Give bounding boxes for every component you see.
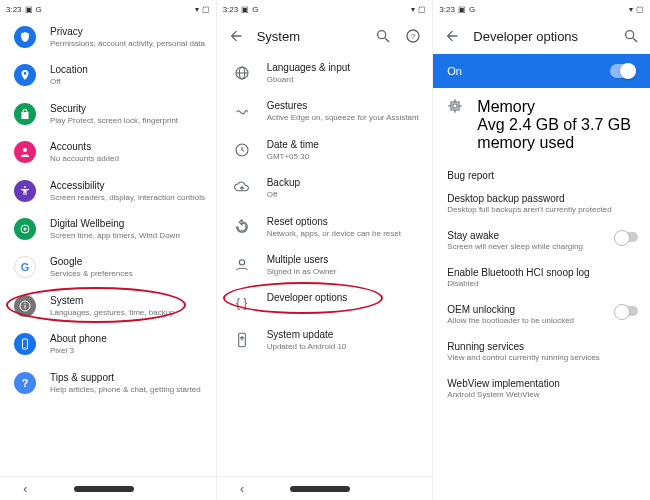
status-g-icon: G [36, 5, 42, 14]
setting-location[interactable]: LocationOff [0, 56, 216, 94]
setting-sub: Screen readers, display, interaction con… [50, 193, 206, 203]
setting-sub: Updated to Android 10 [267, 342, 423, 352]
svg-point-8 [25, 347, 26, 348]
setting-label: About phone [50, 332, 206, 345]
braces-icon: { } [231, 292, 253, 314]
back-button[interactable] [443, 27, 461, 45]
screen-settings: 3:23 ▣ G ▾ ▢ PrivacyPermissions, account… [0, 0, 217, 500]
page-title: System [257, 29, 363, 44]
three-screen-row: 3:23 ▣ G ▾ ▢ PrivacyPermissions, account… [0, 0, 650, 500]
status-bar: 3:23 ▣ G ▾ ▢ [217, 0, 433, 18]
screen-system: 3:23 ▣ G ▾ ▢ System ? Languages & inputG… [217, 0, 434, 500]
setting-sub: Active Edge on, squeeze for your Assista… [267, 113, 423, 123]
svg-rect-5 [25, 305, 26, 309]
master-toggle[interactable]: On [433, 54, 650, 88]
memory-icon [447, 98, 463, 114]
setting-sub: No accounts added [50, 154, 206, 164]
status-bar: 3:23 ▣ G ▾ ▢ [433, 0, 650, 18]
lock-icon [14, 103, 36, 125]
setting-accessibility[interactable]: AccessibilityScreen readers, display, in… [0, 172, 216, 210]
setting-wellbeing[interactable]: Digital WellbeingScreen time, app timers… [0, 210, 216, 248]
pin-icon [14, 64, 36, 86]
svg-point-19 [626, 31, 634, 39]
app-bar: Developer options [433, 18, 650, 54]
setting-security[interactable]: SecurityPlay Protect, screen lock, finge… [0, 95, 216, 133]
setting-sub: Permissions, account activity, personal … [50, 39, 206, 49]
svg-point-6 [24, 303, 25, 304]
section-bug-report[interactable]: Bug report [433, 162, 650, 185]
system-date-time[interactable]: Date & timeGMT+05:30 [217, 131, 433, 169]
switch-off-icon[interactable] [616, 232, 638, 242]
update-icon [231, 329, 253, 351]
help-icon: ? [14, 372, 36, 394]
status-battery-icon: ▢ [418, 5, 426, 14]
status-signal-icon: ▾ [195, 5, 199, 14]
status-battery-icon: ▢ [636, 5, 644, 14]
setting-google[interactable]: G GoogleServices & preferences [0, 248, 216, 286]
status-bar: 3:23 ▣ G ▾ ▢ [0, 0, 216, 18]
dev-oem-unlocking[interactable]: OEM unlocking Allow the bootloader to be… [433, 296, 650, 333]
system-backup[interactable]: BackupOff [217, 169, 433, 207]
setting-sub: Disabled [447, 279, 636, 288]
setting-label: Enable Bluetooth HCI snoop log [447, 267, 636, 278]
nav-back-icon[interactable]: ‹ [240, 482, 244, 496]
back-button[interactable] [227, 27, 245, 45]
setting-sub: Screen will never sleep while charging [447, 242, 636, 251]
dev-webview[interactable]: WebView implementation Android System We… [433, 370, 650, 407]
setting-sub: Languages, gestures, time, backup [50, 308, 206, 318]
switch-on-icon[interactable] [610, 64, 636, 78]
setting-tips[interactable]: ? Tips & supportHelp articles, phone & c… [0, 364, 216, 402]
nav-home-pill[interactable] [290, 486, 350, 492]
setting-sub: Avg 2.4 GB of 3.7 GB memory used [477, 116, 636, 152]
dev-running-services[interactable]: Running services View and control curren… [433, 333, 650, 370]
nav-back-icon[interactable]: ‹ [23, 482, 27, 496]
svg-line-10 [385, 38, 389, 42]
setting-sub: Off [267, 190, 423, 200]
search-button[interactable] [622, 27, 640, 45]
nav-home-pill[interactable] [74, 486, 134, 492]
setting-label: Multiple users [267, 253, 423, 266]
system-developer-options[interactable]: { } Developer options [217, 284, 433, 321]
svg-rect-22 [453, 104, 457, 108]
setting-accounts[interactable]: AccountsNo accounts added [0, 133, 216, 171]
help-button[interactable]: ? [404, 27, 422, 45]
system-gestures[interactable]: GesturesActive Edge on, squeeze for your… [217, 92, 433, 130]
setting-sub: Pixel 3 [50, 346, 206, 356]
setting-system[interactable]: SystemLanguages, gestures, time, backup [0, 287, 216, 325]
dev-bt-snoop[interactable]: Enable Bluetooth HCI snoop log Disabled [433, 259, 650, 296]
wellbeing-icon [14, 218, 36, 240]
globe-icon [231, 62, 253, 84]
switch-off-icon[interactable] [616, 306, 638, 316]
svg-point-9 [378, 31, 386, 39]
svg-text:?: ? [411, 32, 416, 41]
setting-privacy[interactable]: PrivacyPermissions, account activity, pe… [0, 18, 216, 56]
system-reset[interactable]: Reset optionsNetwork, apps, or device ca… [217, 208, 433, 246]
setting-label: Memory [477, 98, 636, 116]
svg-rect-21 [451, 102, 459, 110]
setting-label: Languages & input [267, 61, 423, 74]
setting-sub: Off [50, 77, 206, 87]
system-update[interactable]: System updateUpdated to Android 10 [217, 321, 433, 359]
shield-icon [14, 26, 36, 48]
dev-memory[interactable]: MemoryAvg 2.4 GB of 3.7 GB memory used [433, 88, 650, 162]
system-multi-users[interactable]: Multiple usersSigned in as Owner [217, 246, 433, 284]
setting-label: Desktop backup password [447, 193, 636, 204]
setting-sub: Network, apps, or device can be reset [267, 229, 423, 239]
svg-point-0 [23, 148, 27, 152]
svg-line-20 [633, 38, 637, 42]
person-icon [14, 141, 36, 163]
system-languages[interactable]: Languages & inputGboard [217, 54, 433, 92]
info-icon [14, 295, 36, 317]
status-g-icon: G [252, 5, 258, 14]
dev-desktop-backup[interactable]: Desktop backup password Desktop full bac… [433, 185, 650, 222]
setting-sub: Signed in as Owner [267, 267, 423, 277]
dev-stay-awake[interactable]: Stay awake Screen will never sleep while… [433, 222, 650, 259]
setting-label: Tips & support [50, 371, 206, 384]
clock-icon [231, 139, 253, 161]
setting-sub: Services & preferences [50, 269, 206, 279]
status-g-icon: G [469, 5, 475, 14]
search-button[interactable] [374, 27, 392, 45]
setting-about-phone[interactable]: About phonePixel 3 [0, 325, 216, 363]
setting-label: Privacy [50, 25, 206, 38]
setting-label: Location [50, 63, 206, 76]
